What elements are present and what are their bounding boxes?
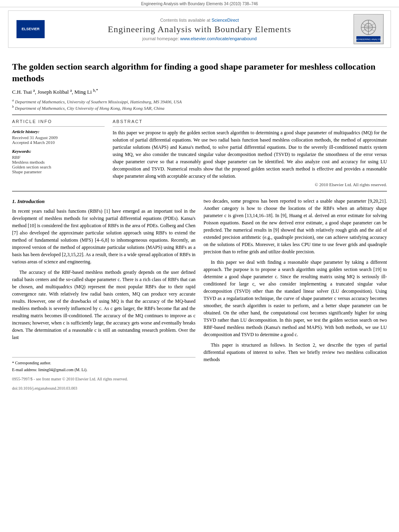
journal-title-header: Engineering Analysis with Boundary Eleme…	[49, 24, 350, 35]
intro-para-5: This paper is structured as follows. In …	[204, 341, 387, 363]
intro-para-2: The accuracy of the RBF-based meshless m…	[12, 269, 195, 341]
intro-para-4: In this paper we deal with finding a rea…	[204, 259, 387, 338]
body-col-left: 1. Introduction In recent years radial b…	[12, 197, 195, 392]
article-title: The golden section search algorithm for …	[12, 61, 387, 84]
doi-bar: doi:10.1016/j.enganabound.2010.03.003	[12, 385, 195, 391]
issn-note: 0955-7997/$ - see front matter © 2010 El…	[12, 376, 128, 382]
topbar-text: Engineering Analysis with Boundary Eleme…	[141, 2, 258, 6]
bottom-bar: 0955-7997/$ - see front matter © 2010 El…	[12, 376, 195, 382]
keyword-golden: Golden section search	[12, 164, 105, 169]
body-col-right: two decades, some progress has been repo…	[204, 197, 387, 392]
footnote-divider	[12, 357, 195, 357]
homepage-url[interactable]: www.elsevier.com/locate/enganabound	[180, 36, 257, 41]
intro-para-1: In recent years radial basis functions (…	[12, 207, 195, 265]
journal-header-center: Contents lists available at ScienceDirec…	[49, 18, 350, 41]
keyword-rbf: RBF	[12, 155, 105, 160]
divider-info-top	[12, 126, 105, 127]
elsevier-logo: ELSEVIER	[16, 20, 45, 38]
abstract-text: In this paper we propose to apply the go…	[113, 129, 387, 180]
journal-logo-icon: ENGINEERING ANALYSIS	[354, 14, 384, 44]
sciencedirect-link[interactable]: ScienceDirect	[212, 18, 239, 23]
divider-abstract-top	[113, 126, 387, 127]
history-label: Article history:	[12, 129, 105, 134]
keyword-meshless: Meshless methods	[12, 160, 105, 164]
abstract-column: ABSTRACT In this paper we propose to app…	[113, 119, 387, 187]
authors-line: C.H. Tsai a, Joseph Kolibal a, Ming Li b…	[12, 88, 387, 95]
email-note: E-mail address: liming04@gmail.com (M. L…	[12, 367, 195, 373]
article-history-block: Article history: Received 31 August 2009…	[12, 129, 105, 145]
svg-text:ENGINEERING ANALYSIS: ENGINEERING ANALYSIS	[354, 38, 383, 41]
divider-after-abstract	[12, 191, 387, 191]
intro-para-3: two decades, some progress has been repo…	[204, 197, 387, 255]
journal-header: ELSEVIER Contents lists available at Sci…	[8, 10, 391, 48]
doi-note: doi:10.1016/j.enganabound.2010.03.003	[12, 385, 77, 391]
abstract-label: ABSTRACT	[113, 119, 387, 124]
keywords-label: Keywords:	[12, 149, 105, 154]
received-date: Received 31 August 2009	[12, 135, 105, 140]
page: Engineering Analysis with Boundary Eleme…	[0, 0, 399, 399]
copyright-line: © 2010 Elsevier Ltd. All rights reserved…	[113, 182, 387, 187]
sciencedirect-label: Contents lists available at ScienceDirec…	[49, 18, 350, 23]
keyword-shape: Shape parameter	[12, 169, 105, 174]
elsevier-label: ELSEVIER	[22, 27, 40, 31]
body-section: 1. Introduction In recent years radial b…	[12, 197, 387, 392]
info-abstract-section: ARTICLE INFO Article history: Received 3…	[12, 119, 387, 187]
journal-topbar: Engineering Analysis with Boundary Eleme…	[0, 0, 399, 7]
affiliation-b: b Department of Mathematics, City Univer…	[12, 105, 387, 111]
section1-heading: 1. Introduction	[12, 197, 195, 205]
footnotes-area: * Corresponding author. E-mail address: …	[12, 357, 195, 373]
divider-after-affiliations	[12, 115, 387, 115]
keywords-block: Keywords: RBF Meshless methods Golden se…	[12, 149, 105, 174]
article-content: The golden section search algorithm for …	[0, 51, 399, 399]
corresponding-note: * Corresponding author.	[12, 360, 195, 366]
accepted-date: Accepted 4 March 2010	[12, 140, 105, 145]
article-info-label: ARTICLE INFO	[12, 119, 105, 124]
journal-header-right: ENGINEERING ANALYSIS	[350, 14, 387, 44]
journal-header-left: ELSEVIER	[12, 20, 49, 38]
affiliation-a: a Department of Mathematics, University …	[12, 98, 387, 104]
article-info-column: ARTICLE INFO Article history: Received 3…	[12, 119, 105, 187]
journal-homepage: journal homepage: www.elsevier.com/locat…	[49, 36, 350, 41]
